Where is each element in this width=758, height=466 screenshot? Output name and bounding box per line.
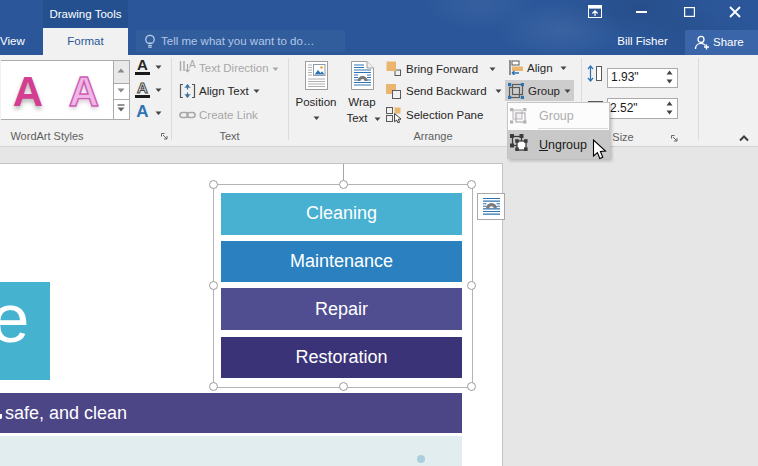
svg-text:A: A (189, 60, 196, 70)
